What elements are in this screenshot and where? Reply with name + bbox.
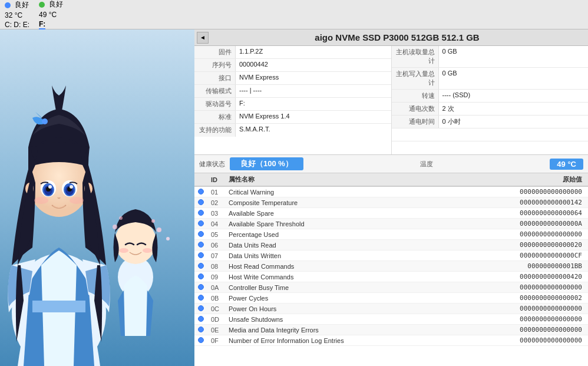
smart-table-row: 0EMedia and Data Integrity Errors0000000… (194, 325, 588, 335)
firmware-label: 固件 (194, 46, 236, 58)
smart-table-row: 06Data Units Read0000000000000020 (194, 240, 588, 250)
drive-label: 驱动器号 (194, 98, 236, 110)
temp1-value: 32 °C (5, 11, 22, 19)
smart-dot-cell (194, 261, 207, 272)
smart-status-dot (198, 284, 204, 290)
smart-id-cell: 0B (207, 293, 225, 304)
smart-raw-cell: 0000000000000000 (454, 282, 588, 293)
transfer-value: ---- | ---- (236, 85, 391, 97)
smart-dot-cell (194, 186, 207, 197)
smart-dot-cell (194, 272, 207, 282)
smart-id-cell: 09 (207, 272, 225, 282)
svg-point-3 (42, 118, 48, 124)
svg-point-13 (70, 185, 73, 189)
smart-table-row: 0FNumber of Error Information Log Entrie… (194, 335, 588, 346)
info-row-firmware: 固件 1.1.P.2Z (194, 46, 391, 59)
smart-table-row: 08Host Read Commands000000000001BB (194, 261, 588, 272)
smart-name-cell: Power Cycles (225, 293, 454, 304)
smart-table-header: ID 属性名称 原始值 (194, 173, 588, 186)
smart-dot-cell (194, 229, 207, 240)
smart-status-dot (198, 199, 204, 205)
temp2-status: 良好 (49, 0, 63, 9)
info-row-rpm: 转速 ---- (SSD) (392, 90, 589, 103)
smart-raw-cell: 0000000000000020 (454, 240, 588, 250)
read-total-label: 主机读取量总计 (392, 46, 439, 67)
back-button[interactable]: ◄ (197, 32, 209, 44)
smart-status-dot (198, 337, 204, 343)
smart-name-cell: Composite Temperature (225, 197, 454, 208)
standard-label: 标准 (194, 111, 236, 123)
smart-dot-cell (194, 240, 207, 250)
write-total-label: 主机写入量总计 (392, 68, 439, 89)
smart-dot-cell (194, 197, 207, 208)
anime-character (0, 29, 194, 366)
smart-name-cell: Available Spare Threshold (225, 219, 454, 229)
rpm-label: 转速 (392, 90, 439, 102)
write-total-value: 0 GB (439, 68, 589, 89)
info-row-transfer: 传输模式 ---- | ---- (194, 85, 391, 98)
svg-point-12 (48, 185, 52, 189)
temp-value-right: 49 °C (550, 159, 583, 170)
top-bar: 良好 32 °C C: D: E: 良好 49 °C F: (0, 0, 588, 29)
smart-name-cell: Power On Hours (225, 304, 454, 314)
info-row-standard: 标准 NVM Express 1.4 (194, 111, 391, 124)
smart-dot-cell (194, 219, 207, 229)
smart-section[interactable]: ID 属性名称 原始值 01Critical Warning0000000000… (194, 173, 588, 366)
smart-table-body: 01Critical Warning000000000000000002Comp… (194, 186, 588, 346)
smart-raw-cell: 0000000000000002 (454, 293, 588, 304)
smart-id-cell: 03 (207, 208, 225, 219)
smart-status-dot (198, 263, 204, 269)
smart-dot-cell (194, 304, 207, 314)
smart-raw-cell: 0000000000000000 (454, 229, 588, 240)
smart-status-dot (198, 231, 204, 237)
smart-table-row: 04Available Spare Threshold0000000000000… (194, 219, 588, 229)
power-cycles-label: 通电次数 (392, 103, 439, 115)
smart-id-cell: 08 (207, 261, 225, 272)
svg-point-20 (119, 248, 128, 253)
features-label: 支持的功能 (194, 124, 236, 137)
info-row-power-cycles: 通电次数 2 次 (392, 103, 589, 116)
smart-status-dot (198, 242, 204, 248)
smart-name-cell: Controller Busy Time (225, 282, 454, 293)
smart-status-dot (198, 327, 204, 332)
svg-point-26 (119, 216, 123, 220)
smart-raw-cell: 0000000000000000 (454, 304, 588, 314)
smart-name-cell: Critical Warning (225, 186, 454, 197)
svg-point-14 (34, 197, 48, 204)
smart-status-dot (198, 252, 204, 258)
smart-name-cell: Number of Error Information Log Entries (225, 335, 454, 346)
col-name-header: 属性名称 (225, 173, 454, 186)
temp1-status: 良好 (15, 0, 29, 10)
info-row-read-total: 主机读取量总计 0 GB (392, 46, 589, 68)
nav-bar: ◄ aigo NVMe SSD P3000 512GB 512.1 GB (194, 29, 588, 46)
temp-f: 良好 49 °C F: (39, 0, 63, 29)
serial-value: 00000442 (236, 59, 391, 71)
info-row-empty-1 (392, 128, 589, 141)
smart-raw-cell: 000000000001BB (454, 261, 588, 272)
svg-point-15 (70, 197, 84, 204)
smart-id-cell: 04 (207, 219, 225, 229)
svg-point-25 (113, 225, 117, 229)
smart-raw-cell: 00000000000000CF (454, 250, 588, 261)
info-panel: ◄ aigo NVMe SSD P3000 512GB 512.1 GB 固件 … (194, 29, 588, 366)
firmware-value: 1.1.P.2Z (236, 46, 391, 58)
smart-raw-cell: 0000000000000420 (454, 272, 588, 282)
svg-point-21 (143, 248, 152, 253)
smart-name-cell: Host Read Commands (225, 261, 454, 272)
smart-id-cell: 02 (207, 197, 225, 208)
smart-raw-cell: 0000000000000000 (454, 335, 588, 346)
svg-point-23 (151, 219, 155, 223)
info-right-col: 主机读取量总计 0 GB 主机写入量总计 0 GB 转速 ---- (SSD) … (391, 46, 589, 154)
svg-point-24 (166, 237, 170, 240)
power-cycles-value: 2 次 (439, 103, 589, 115)
smart-table-row: 0DUnsafe Shutdowns0000000000000000 (194, 314, 588, 325)
temp2-drive: F: (39, 20, 45, 29)
smart-id-cell: 0C (207, 304, 225, 314)
smart-id-cell: 06 (207, 240, 225, 250)
health-badge: 良好（100 %） (230, 157, 303, 170)
smart-dot-cell (194, 293, 207, 304)
smart-name-cell: Data Units Written (225, 250, 454, 261)
drive-value: F: (236, 98, 391, 110)
smart-id-cell: 0F (207, 335, 225, 346)
info-row-drive: 驱动器号 F: (194, 98, 391, 111)
